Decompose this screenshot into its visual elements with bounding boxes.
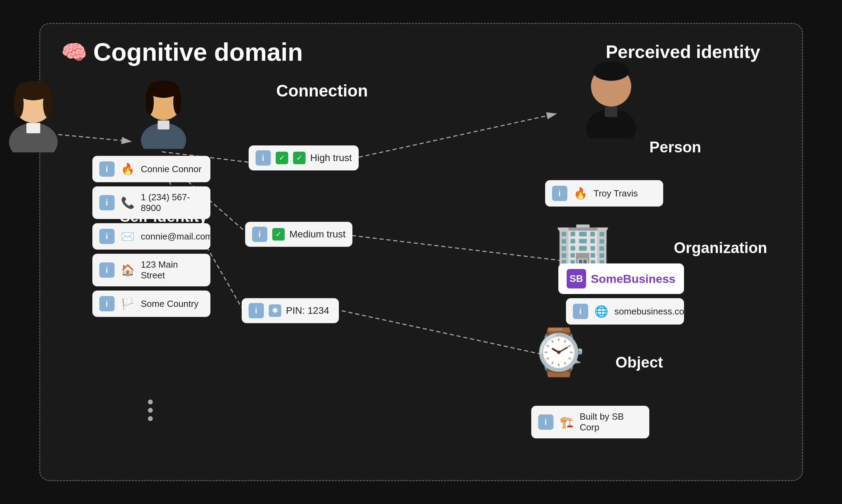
- info-button-pin[interactable]: i: [249, 303, 264, 318]
- name-text: Connie Connor: [141, 164, 202, 175]
- main-diagram: 🧠 Cognitive domain Perceived identity Co…: [39, 23, 803, 481]
- country-emoji: 🏳️: [121, 297, 135, 310]
- dot-1: [148, 400, 153, 404]
- medium-trust-text: Medium trust: [290, 229, 346, 240]
- more-dots: [148, 400, 153, 421]
- check-icon-2: ✓: [293, 152, 306, 164]
- svg-rect-13: [26, 123, 40, 133]
- troy-text: Troy Travis: [594, 188, 638, 199]
- watch-icon: ⌚: [531, 326, 587, 379]
- troy-emoji: 🔥: [574, 187, 587, 200]
- star-icon: ✱: [269, 304, 281, 317]
- globe-emoji: 🌐: [594, 305, 608, 318]
- card-address: i 🏠 123 Main Street: [92, 254, 210, 286]
- svg-point-22: [593, 61, 629, 81]
- info-button-email[interactable]: i: [99, 229, 115, 244]
- brain-icon: 🧠: [61, 40, 87, 65]
- avatar-right: [583, 59, 639, 138]
- check-icon-1: ✓: [276, 152, 288, 164]
- svg-rect-23: [605, 107, 617, 117]
- card-email: i ✉️ connie@mail.com: [92, 223, 210, 250]
- some-business-logo: SB SomeBusiness: [558, 263, 684, 294]
- organization-label: Organization: [674, 239, 767, 257]
- email-text: connie@mail.com: [141, 231, 213, 242]
- svg-point-12: [43, 90, 53, 118]
- info-button-medium-trust[interactable]: i: [252, 227, 267, 242]
- url-text: somebusiness.com: [615, 306, 692, 317]
- cognitive-domain-title: Cognitive domain: [93, 38, 303, 66]
- info-button-troy[interactable]: i: [552, 186, 567, 201]
- svg-point-11: [14, 90, 24, 118]
- self-identity-cards: i 🔥 Connie Connor i 📞 1 (234) 567-8900 i…: [92, 156, 210, 317]
- card-country: i 🏳️ Some Country: [92, 291, 210, 317]
- avatar-center: [137, 76, 190, 149]
- info-button-address[interactable]: i: [99, 262, 115, 278]
- card-name: i 🔥 Connie Connor: [92, 156, 210, 182]
- sb-name-text: SomeBusiness: [591, 272, 676, 286]
- medium-trust-badge: i ✓ Medium trust: [245, 222, 353, 247]
- name-emoji: 🔥: [121, 162, 135, 176]
- object-label: Object: [616, 354, 663, 371]
- dot-2: [148, 408, 153, 413]
- high-trust-text: High trust: [310, 152, 352, 163]
- svg-rect-19: [158, 120, 169, 129]
- address-emoji: 🏠: [121, 263, 135, 277]
- svg-line-3: [352, 114, 556, 159]
- info-button-built[interactable]: i: [538, 414, 553, 430]
- info-button-country[interactable]: i: [99, 296, 115, 311]
- built-emoji: 🏗️: [560, 415, 574, 429]
- info-button-high-trust[interactable]: i: [256, 150, 271, 166]
- built-text: Built by SB Corp: [580, 411, 642, 433]
- info-button-phone[interactable]: i: [99, 195, 115, 210]
- high-trust-badge: i ✓ ✓ High trust: [249, 145, 359, 170]
- card-phone: i 📞 1 (234) 567-8900: [92, 186, 210, 219]
- troy-travis-card: i 🔥 Troy Travis: [545, 180, 663, 207]
- phone-text: 1 (234) 567-8900: [141, 192, 203, 213]
- info-button[interactable]: i: [99, 161, 115, 177]
- svg-line-1: [58, 135, 131, 142]
- person-label: Person: [649, 138, 701, 156]
- sb-logo-box: SB: [567, 269, 586, 288]
- info-button-url[interactable]: i: [573, 304, 588, 319]
- avatar-left: [6, 76, 61, 152]
- dot-3: [148, 416, 153, 421]
- phone-emoji: 📞: [121, 196, 135, 209]
- built-by-card: i 🏗️ Built by SB Corp: [531, 406, 649, 438]
- svg-point-18: [173, 90, 182, 115]
- cognitive-domain-header: 🧠 Cognitive domain: [61, 38, 303, 66]
- pin-text: PIN: 1234: [286, 305, 330, 316]
- pin-badge: i ✱ PIN: 1234: [242, 298, 339, 323]
- svg-point-17: [145, 90, 154, 115]
- check-icon-medium: ✓: [272, 228, 285, 241]
- email-emoji: ✉️: [121, 230, 135, 243]
- address-text: 123 Main Street: [141, 259, 203, 281]
- connection-label: Connection: [276, 81, 368, 100]
- svg-line-5: [345, 235, 577, 262]
- country-text: Some Country: [141, 299, 199, 309]
- some-business-url-card: i 🌐 somebusiness.com: [566, 298, 684, 325]
